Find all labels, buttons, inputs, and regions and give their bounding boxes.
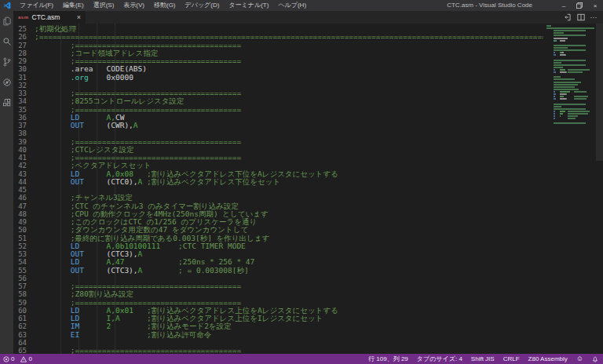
asm-file-icon: asm <box>18 15 29 20</box>
tab-label: CTC.asm <box>32 13 60 21</box>
notifications-bell-icon[interactable] <box>592 356 598 362</box>
line-number: 51 <box>13 235 35 242</box>
close-button[interactable]: × <box>587 0 603 11</box>
error-icon <box>3 356 9 362</box>
tab-bar: asm CTC.asm × ··· <box>13 11 603 24</box>
line-number: 56 <box>13 275 35 282</box>
minimize-button[interactable]: – <box>556 0 572 11</box>
code-line[interactable]: 63 EI ;割り込み許可命令 <box>13 331 543 339</box>
title-bar: ファイル(F) 編集(E) 選択(S) 表示(V) 移動(G) デバッグ(D) … <box>0 0 603 11</box>
status-bar-right: 行 109、列 29 タブのサイズ: 4 Shift JIS CRLF Z80 … <box>360 355 598 363</box>
line-number: 60 <box>13 307 35 315</box>
line-number: 36 <box>13 114 35 122</box>
activity-bar <box>0 11 13 354</box>
menu-item-file[interactable]: ファイル(F) <box>15 0 58 11</box>
tab-ctc-asm[interactable]: asm CTC.asm × <box>13 11 86 24</box>
line-number: 62 <box>13 322 35 330</box>
line-number: 54 <box>13 258 35 266</box>
line-number: 41 <box>13 154 35 162</box>
restore-button[interactable] <box>572 0 587 11</box>
line-number: 61 <box>13 315 35 322</box>
line-number: 57 <box>13 282 35 290</box>
code-line[interactable]: 55 OUT (CTC3),A ; = 0.003008[秒] <box>13 267 543 275</box>
line-number: 26 <box>13 33 35 41</box>
status-cursor-position[interactable]: 行 109、列 29 <box>368 355 408 363</box>
status-language-mode[interactable]: Z80 Assembly <box>528 355 568 362</box>
line-number: 65 <box>13 347 35 354</box>
line-number: 37 <box>13 122 35 129</box>
split-editor-button[interactable] <box>575 11 587 24</box>
window-title: CTC.asm - Visual Studio Code <box>447 0 532 11</box>
line-number: 64 <box>13 339 35 347</box>
sidebar-item-debug[interactable] <box>0 72 13 93</box>
line-number: 25 <box>13 25 35 33</box>
line-number: 28 <box>13 49 35 57</box>
menu-item-edit[interactable]: 編集(E) <box>58 0 89 11</box>
line-number: 38 <box>13 129 35 137</box>
tab-close-icon[interactable]: × <box>77 14 81 21</box>
more-actions-button[interactable]: ··· <box>587 11 600 24</box>
status-bar: 0 0 行 109、列 29 タブのサイズ: 4 Shift JIS CRLF … <box>0 354 603 364</box>
code-line[interactable]: 31 .org 0x0000 <box>13 74 543 82</box>
open-changes-button[interactable] <box>562 11 575 24</box>
files-icon <box>2 16 12 26</box>
minimap[interactable] <box>543 25 594 354</box>
restore-icon <box>576 2 583 9</box>
status-errors[interactable]: 0 <box>3 355 14 362</box>
line-number: 43 <box>13 170 35 178</box>
line-number: 45 <box>13 186 35 194</box>
line-number: 27 <box>13 42 35 49</box>
sidebar-item-source-control[interactable] <box>0 52 13 72</box>
sidebar-item-explorer[interactable] <box>0 11 13 31</box>
status-warnings[interactable]: 0 <box>20 355 31 362</box>
line-number: 35 <box>13 106 35 114</box>
scrollbar-thumb[interactable] <box>596 24 603 161</box>
menu-item-help[interactable]: ヘルプ(H) <box>273 0 311 11</box>
line-number: 44 <box>13 178 35 186</box>
line-number: 47 <box>13 202 35 210</box>
line-number: 46 <box>13 194 35 202</box>
code-line[interactable]: 65 ;====================================… <box>13 347 543 354</box>
menu-item-debug[interactable]: デバッグ(D) <box>181 0 225 11</box>
line-number: 50 <box>13 226 35 234</box>
feedback-smiley-icon[interactable]: ☺ <box>576 355 583 362</box>
status-tab-size[interactable]: タブのサイズ: 4 <box>417 355 462 363</box>
code-line[interactable]: 44 OUT (CTC0),A ;割り込みベクタアドレス下位をセット <box>13 178 543 186</box>
split-editor-icon <box>577 13 585 21</box>
debug-icon <box>2 78 12 87</box>
menu-item-go[interactable]: 移動(G) <box>149 0 181 11</box>
line-number: 32 <box>13 82 35 89</box>
editor: 25;初期化処理26;=============================… <box>13 24 603 354</box>
vscode-logo <box>3 2 11 9</box>
line-number: 55 <box>13 267 35 275</box>
line-number: 52 <box>13 242 35 250</box>
open-changes-icon <box>565 13 572 21</box>
line-number: 53 <box>13 250 35 258</box>
status-encoding[interactable]: Shift JIS <box>471 355 495 362</box>
source-control-icon <box>2 57 12 67</box>
line-number: 63 <box>13 331 35 339</box>
extensions-icon <box>2 98 12 107</box>
editor-actions: ··· <box>562 11 603 24</box>
line-number: 33 <box>13 89 35 97</box>
menu-item-view[interactable]: 表示(V) <box>119 0 149 11</box>
line-number: 30 <box>13 65 35 73</box>
line-number: 59 <box>13 299 35 307</box>
status-eol[interactable]: CRLF <box>503 355 520 362</box>
sidebar-item-extensions[interactable] <box>0 93 13 113</box>
search-icon <box>2 37 12 46</box>
code-area[interactable]: 25;初期化処理26;=============================… <box>13 24 543 354</box>
menu-item-selection[interactable]: 選択(S) <box>89 0 119 11</box>
line-number: 31 <box>13 74 35 82</box>
sidebar-item-search[interactable] <box>0 31 13 52</box>
line-number: 42 <box>13 162 35 169</box>
warning-icon <box>20 356 27 362</box>
code-line[interactable]: 37 OUT (CWR),A <box>13 122 543 129</box>
line-number: 29 <box>13 57 35 65</box>
menu-item-terminal[interactable]: ターミナル(T) <box>224 0 273 11</box>
line-number: 48 <box>13 210 35 218</box>
window-controls: – × <box>556 0 603 11</box>
menu-bar: ファイル(F) 編集(E) 選択(S) 表示(V) 移動(G) デバッグ(D) … <box>15 0 311 11</box>
line-number: 40 <box>13 146 35 154</box>
line-number: 34 <box>13 97 35 105</box>
